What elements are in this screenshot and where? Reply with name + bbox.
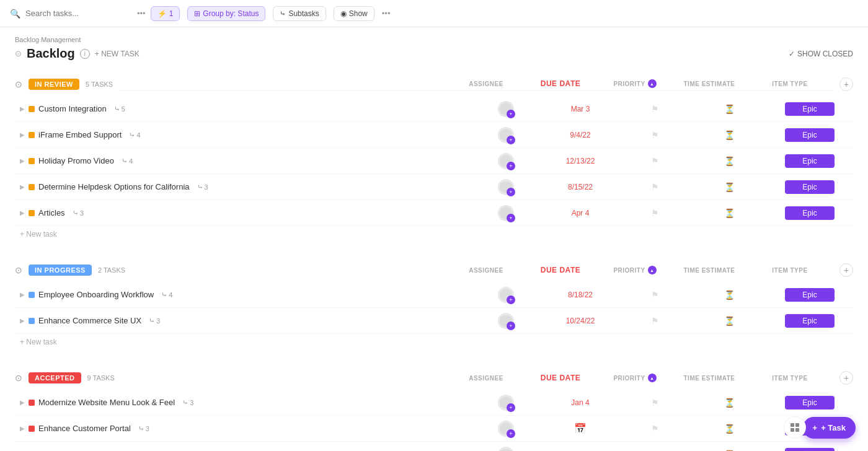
expand-arrow[interactable]: ▶: [20, 317, 25, 324]
epic-badge: Epic: [785, 448, 835, 452]
task-color-icon: [29, 292, 35, 298]
flag-icon: ⚑: [651, 290, 659, 300]
group-toggle-in-progress[interactable]: ⊙: [15, 265, 22, 275]
sort-priority-icon-0: [648, 79, 657, 88]
due-date-cell: Apr 4: [543, 209, 618, 217]
due-date-value: 10/24/22: [566, 317, 595, 325]
topbar: 🔍 ••• ⚡ 1 ⊞ Group by: Status ⤷ Subtasks …: [0, 0, 868, 27]
task-name[interactable]: Determine Helpdesk Options for Californi…: [38, 182, 190, 191]
subtasks-button[interactable]: ⤷ Subtasks: [273, 6, 326, 21]
grid-view-button[interactable]: [784, 416, 806, 439]
more-options-icon[interactable]: •••: [137, 9, 146, 18]
flag-icon: ⚑: [651, 104, 659, 114]
group-add-in-progress[interactable]: +: [839, 263, 853, 277]
due-date-cell: 10/24/22: [543, 317, 618, 325]
due-date-value: 9/4/22: [570, 131, 590, 139]
show-closed-button[interactable]: ✓ SHOW CLOSED: [789, 50, 853, 58]
table-row: ▶ Employee Onboarding Workflow ⤷ 4 + 8/1…: [15, 282, 853, 308]
hourglass-icon: ⏳: [724, 104, 735, 114]
group-add-accepted[interactable]: +: [839, 371, 853, 385]
new-task-row-in-review[interactable]: + New task: [15, 226, 853, 242]
col-header-assignee-0: ASSIGNEE: [449, 79, 523, 88]
checkmark-icon: ✓: [789, 50, 795, 58]
expand-arrow[interactable]: ▶: [20, 105, 25, 112]
search-input[interactable]: [25, 9, 130, 18]
col-header-duedate-1: DUE DATE: [523, 266, 598, 274]
subtask-icon: ⤷: [161, 291, 167, 299]
avatar-plus-icon: +: [507, 188, 515, 196]
priority-cell: ⚑: [618, 104, 692, 114]
new-task-button[interactable]: + NEW TASK: [95, 50, 140, 58]
assignee-cell: +: [469, 395, 543, 411]
col-header-assignee-2: ASSIGNEE: [449, 374, 523, 382]
task-name[interactable]: Custom Integration: [38, 104, 107, 113]
avatar-plus-icon: +: [507, 403, 515, 412]
col-header-name-2: [121, 374, 449, 382]
flag-icon: ⚑: [651, 156, 659, 166]
priority-cell: ⚑: [618, 424, 692, 434]
avatar: +: [498, 447, 514, 452]
time-cell: ⏳: [692, 104, 766, 114]
epic-badge: Epic: [785, 288, 835, 302]
due-date-value: Mar 3: [571, 105, 590, 113]
expand-arrow[interactable]: ▶: [20, 209, 25, 216]
search-icon: 🔍: [10, 9, 20, 19]
group-header-in-progress: ⊙ IN PROGRESS 2 TASKS ASSIGNEE DUE DATE …: [15, 257, 853, 282]
topbar-actions: ⚡ 1 ⊞ Group by: Status ⤷ Subtasks ◉ Show…: [151, 6, 391, 21]
task-name[interactable]: Modernize Website Menu Look & Feel: [38, 398, 175, 407]
task-color-icon: [29, 184, 35, 190]
show-button[interactable]: ◉ Show: [334, 6, 374, 21]
svg-rect-3: [795, 428, 799, 432]
item-type-cell: Epic: [766, 154, 853, 168]
time-cell: ⏳: [692, 290, 766, 300]
col-header-assignee-1: ASSIGNEE: [449, 266, 523, 274]
priority-cell: ⚑: [618, 208, 692, 218]
avatar-plus-icon: +: [507, 162, 515, 170]
task-name[interactable]: iFrame Embed Support: [38, 130, 122, 139]
epic-badge: Epic: [785, 128, 835, 142]
task-name[interactable]: Articles: [38, 208, 65, 217]
due-date-cell: Jan 4: [543, 398, 618, 407]
subtask-count: ⤷ 3: [149, 317, 160, 325]
avatar: +: [498, 101, 514, 117]
due-date-value: 8/15/22: [568, 183, 593, 191]
group-add-in-review[interactable]: +: [839, 77, 853, 91]
topbar-more-icon[interactable]: •••: [382, 9, 391, 18]
expand-arrow[interactable]: ▶: [20, 131, 25, 138]
table-row: ▶ Modernize Website Menu Look & Feel ⤷ 3…: [15, 390, 853, 416]
expand-arrow[interactable]: ▶: [20, 183, 25, 190]
expand-arrow[interactable]: ▶: [20, 399, 25, 406]
expand-arrow[interactable]: ▶: [20, 157, 25, 164]
task-color-icon: [29, 318, 35, 324]
group-by-button[interactable]: ⊞ Group by: Status: [187, 6, 265, 21]
collapse-icon[interactable]: ⊙: [15, 49, 22, 58]
group-toggle-accepted[interactable]: ⊙: [15, 373, 22, 383]
expand-arrow[interactable]: ▶: [20, 425, 25, 432]
info-icon[interactable]: i: [80, 49, 90, 59]
item-type-cell: Epic: [766, 288, 853, 302]
task-color-icon: [29, 106, 35, 112]
add-task-fab[interactable]: + + Task: [803, 417, 856, 439]
due-date-value: Apr 4: [572, 209, 590, 217]
group-accepted: ⊙ ACCEPTED 9 TASKS ASSIGNEE DUE DATE PRI…: [15, 365, 853, 451]
task-name[interactable]: Employee Onboarding Workflow: [38, 290, 154, 299]
task-name[interactable]: Enhance Commerce Site UX: [38, 316, 141, 325]
new-task-row-in-progress[interactable]: + New task: [15, 334, 853, 350]
task-name-cell: ▶ Enhance Customer Portal ⤷ 3: [15, 424, 469, 433]
task-name[interactable]: Enhance Customer Portal: [38, 424, 131, 433]
expand-arrow[interactable]: ▶: [20, 291, 25, 298]
priority-cell: ⚑: [618, 182, 692, 192]
epic-badge: Epic: [785, 314, 835, 328]
priority-cell: ⚑: [618, 316, 692, 326]
flag-icon: ⚑: [651, 130, 659, 140]
avatar-plus-icon: +: [507, 296, 515, 304]
hourglass-icon: ⏳: [724, 290, 735, 300]
avatar-image: [500, 449, 512, 452]
group-header-accepted: ⊙ ACCEPTED 9 TASKS ASSIGNEE DUE DATE PRI…: [15, 365, 853, 390]
filter-button[interactable]: ⚡ 1: [151, 6, 180, 21]
task-name[interactable]: Holiday Promo Video: [38, 156, 114, 165]
item-type-cell: Epic: [766, 102, 853, 116]
assignee-cell: +: [469, 447, 543, 452]
group-toggle-in-review[interactable]: ⊙: [15, 79, 22, 89]
task-name-cell: ▶ Articles ⤷ 3: [15, 208, 469, 217]
